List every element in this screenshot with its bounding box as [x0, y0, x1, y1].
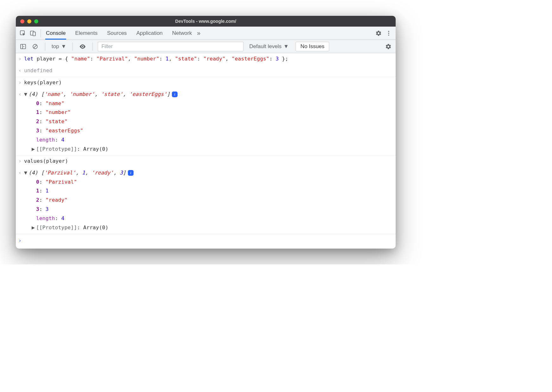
output-chevron-icon: ‹	[18, 168, 24, 178]
console-settings-icon[interactable]	[384, 41, 393, 52]
console-input-code[interactable]: keys(player)	[24, 78, 392, 87]
disclosure-triangle-icon[interactable]: ▶	[32, 223, 36, 232]
prompt-chevron-icon: ›	[18, 236, 24, 245]
log-levels-label: Default levels	[249, 43, 281, 50]
input-chevron-icon: ›	[18, 78, 24, 87]
execution-context-selector[interactable]: top ▼	[50, 43, 67, 50]
titlebar: DevTools - www.google.com/	[16, 16, 396, 27]
disclosure-triangle-icon[interactable]: ▼	[24, 168, 28, 178]
divider	[92, 42, 93, 51]
disclosure-triangle-icon[interactable]: ▶	[32, 145, 36, 154]
array-item[interactable]: 0: "Parzival"	[36, 178, 392, 187]
traffic-lights	[20, 19, 38, 23]
input-chevron-icon: ›	[18, 54, 24, 64]
array-item[interactable]: 3: 3	[36, 205, 392, 214]
chevron-down-icon: ▼	[284, 43, 289, 50]
console-prompt-row[interactable]: ›	[16, 234, 396, 249]
svg-point-4	[388, 33, 389, 34]
array-item[interactable]: 2: "ready"	[36, 196, 392, 205]
svg-rect-2	[33, 32, 35, 36]
info-icon[interactable]: i	[128, 170, 134, 176]
devtools-window: DevTools - www.google.com/ Console Eleme…	[16, 16, 396, 249]
window-title: DevTools - www.google.com/	[16, 19, 396, 24]
array-length: length: 4	[36, 136, 392, 145]
svg-rect-6	[21, 44, 26, 49]
tab-network[interactable]: Network	[172, 27, 192, 40]
inspect-element-icon[interactable]	[18, 28, 28, 38]
console-output-row: ‹ undefined	[16, 65, 396, 77]
disclosure-triangle-icon[interactable]: ▼	[24, 90, 28, 99]
array-item[interactable]: 0: "name"	[36, 99, 392, 108]
tab-sources[interactable]: Sources	[106, 27, 127, 40]
array-item[interactable]: 2: "state"	[36, 117, 392, 126]
tabs-row: Console Elements Sources Application Net…	[16, 27, 396, 40]
tab-elements[interactable]: Elements	[74, 27, 98, 40]
svg-point-3	[388, 31, 389, 32]
maximize-window-button[interactable]	[34, 19, 38, 23]
console-body: › let player = { "name": "Parzival", "nu…	[16, 53, 396, 249]
console-output-row: ‹ ▼(4) ['Parzival', 1, 'ready', 3]i 0: "…	[16, 167, 396, 234]
execution-context-label: top	[52, 43, 59, 50]
chevron-down-icon: ▼	[61, 43, 66, 50]
console-output-value: undefined	[24, 66, 392, 75]
kebab-menu-icon[interactable]	[384, 28, 394, 38]
console-input-row: › keys(player)	[16, 77, 396, 89]
array-item[interactable]: 1: "number"	[36, 108, 392, 117]
panel-tabs: Console Elements Sources Application Net…	[45, 27, 192, 40]
device-toggle-icon[interactable]	[28, 28, 38, 38]
console-input-code[interactable]: values(player)	[24, 157, 392, 166]
issues-button[interactable]: No Issues	[296, 42, 329, 51]
output-chevron-icon: ‹	[18, 66, 24, 75]
log-levels-selector[interactable]: Default levels ▼	[249, 43, 289, 50]
array-summary[interactable]: ▼(4) ['name', 'number', 'state', 'easter…	[24, 90, 392, 99]
divider	[45, 42, 45, 51]
close-window-button[interactable]	[20, 19, 24, 23]
console-input-code[interactable]: let player = { "name": "Parzival", "numb…	[24, 54, 392, 64]
tab-application[interactable]: Application	[136, 27, 163, 40]
array-prototype[interactable]: ▶[[Prototype]]: Array(0)	[32, 145, 392, 154]
console-input-row: › values(player)	[16, 155, 396, 167]
tabs-overflow-button[interactable]: »	[197, 29, 200, 37]
divider	[41, 29, 41, 37]
array-item[interactable]: 1: 1	[36, 187, 392, 196]
sidebar-toggle-icon[interactable]	[18, 41, 28, 52]
array-item[interactable]: 3: "easterEggs"	[36, 126, 392, 136]
clear-console-icon[interactable]	[30, 41, 40, 52]
tab-console[interactable]: Console	[45, 27, 66, 40]
array-prototype[interactable]: ▶[[Prototype]]: Array(0)	[32, 223, 392, 232]
console-output-row: ‹ ▼(4) ['name', 'number', 'state', 'east…	[16, 89, 396, 155]
minimize-window-button[interactable]	[27, 19, 31, 23]
array-length: length: 4	[36, 214, 392, 223]
input-chevron-icon: ›	[18, 157, 24, 166]
console-toolbar: top ▼ Default levels ▼ No Issues	[16, 40, 396, 53]
output-chevron-icon: ‹	[18, 90, 24, 99]
live-expression-icon[interactable]	[78, 41, 87, 52]
filter-input[interactable]	[98, 42, 243, 51]
info-icon[interactable]: i	[172, 92, 178, 97]
svg-point-5	[388, 35, 389, 35]
divider	[72, 42, 73, 51]
array-summary[interactable]: ▼(4) ['Parzival', 1, 'ready', 3]i	[24, 168, 392, 178]
console-input-row: › let player = { "name": "Parzival", "nu…	[16, 53, 396, 65]
settings-icon[interactable]	[373, 28, 384, 38]
